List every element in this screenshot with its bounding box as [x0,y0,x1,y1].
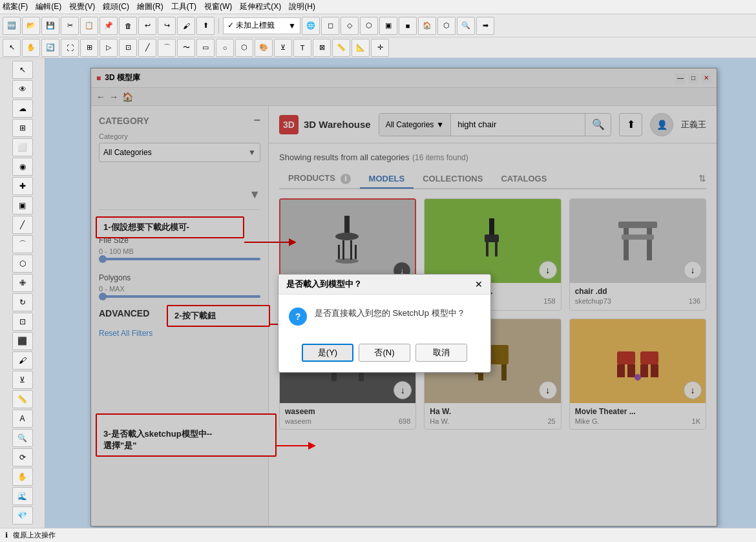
zoom-tool[interactable]: 🔍 [12,429,33,447]
toolbar-secondary: ↖ ✋ 🔄 ⛶ ⊞ ▷ ⊡ ╱ ⌒ 〜 ▭ ○ ⬡ 🎨 ⊻ T ⊠ 📏 📐 ✛ [0,37,756,58]
move-tool2[interactable]: ✙ [12,274,33,292]
status-bar: ℹ 復原上次操作 [0,528,756,542]
redo-btn[interactable]: ↪ [158,17,176,35]
text-btn[interactable]: T [293,39,311,57]
orbit-tool[interactable]: ⟳ [12,448,33,466]
arc-btn[interactable]: ⌒ [158,39,176,57]
cut-btn[interactable]: ✂ [61,17,79,35]
dialog-titlebar: 是否載入到模型中？ ✕ [278,275,490,295]
push-btn[interactable]: ⊞ [80,39,98,57]
shape-btn3[interactable]: ⬡ [360,17,378,35]
dialog-buttons: 是(Y) 否(N) 取消 [278,339,490,372]
dialog-yes-btn[interactable]: 是(Y) [302,344,353,362]
status-info-icon: ℹ [5,531,8,539]
dialog-title: 是否載入到模型中？ [286,278,362,290]
3d-btn[interactable]: 🌐 [302,17,320,35]
menu-tools[interactable]: 工具(T) [171,1,196,12]
line-btn[interactable]: ╱ [138,39,156,57]
follow-btn[interactable]: ▷ [100,39,118,57]
measure-tool[interactable]: 📏 [12,390,33,408]
tape-btn[interactable]: 📏 [332,39,350,57]
dialog-question: 是否直接載入到您的 SketchUp 模型中？ [315,307,465,319]
shape-btn2[interactable]: ◇ [341,17,359,35]
left-toolbar: ↖ 👁 ☁ ⊞ ⬜ ◉ ✚ ▣ ╱ ⌒ ⬡ ✙ ↻ ⊡ ⬛ 🖌 ⊻ 📏 A 🔍 … [0,58,45,542]
section-tool2[interactable]: ✚ [12,177,33,195]
menu-edit[interactable]: 編輯(E) [36,1,61,12]
line-tool2[interactable]: ╱ [12,216,33,234]
offset-btn[interactable]: ⊡ [119,39,137,57]
section-btn[interactable]: ⊠ [313,39,331,57]
arc-tool2[interactable]: ⌒ [12,235,33,253]
render-btn1[interactable]: ▣ [379,17,397,35]
eraser-tool[interactable]: ⬡ [12,255,33,273]
layer-tool[interactable]: ▣ [12,196,33,214]
erase-btn[interactable]: 🗑 [119,17,137,35]
menu-window[interactable]: 視窗(W) [204,1,232,12]
paint-tool2[interactable]: 🖌 [12,351,33,370]
scale-btn[interactable]: ⛶ [61,39,79,57]
dialog-body: ? 是否直接載入到您的 SketchUp 模型中？ [278,295,490,339]
dialog-cancel-btn[interactable]: 取消 [415,344,467,362]
scale-tool2[interactable]: ⊡ [12,313,33,331]
dim-btn[interactable]: ⊻ [274,39,292,57]
menu-help[interactable]: 說明(H) [289,1,315,12]
save-btn[interactable]: 💾 [41,17,59,35]
zoom-btn[interactable]: 🔍 [457,17,475,35]
dialog-close-btn[interactable]: ✕ [475,279,483,289]
select-tool[interactable]: ↖ [12,61,33,79]
layer-dropdown-label: ✓ 未加上標籤 [227,20,288,31]
toolbar-primary: 🆕 📂 💾 ✂ 📋 📌 🗑 ↩ ↪ 🖌 ⬆ ✓ 未加上標籤 ▼ 🌐 ◻ ◇ ⬡ … [0,14,756,37]
menu-file[interactable]: 檔案(F) [3,1,28,12]
dialog-info-icon: ? [289,307,307,326]
undo-btn[interactable]: ↩ [138,17,156,35]
new-btn[interactable]: 🆕 [3,17,21,35]
rotate-tool2[interactable]: ↻ [12,293,33,311]
iso-btn[interactable]: ⬡ [437,17,456,35]
dialog-no-btn[interactable]: 否(N) [359,344,410,362]
group-tool[interactable]: ⬜ [12,138,33,156]
cloud-tool[interactable]: ☁ [12,99,33,118]
push-tool2[interactable]: ⬛ [12,332,33,350]
open-btn[interactable]: 📂 [22,17,40,35]
home-btn[interactable]: 🏠 [418,17,436,35]
menu-camera[interactable]: 鏡頭(C) [103,1,129,12]
circle-btn[interactable]: ○ [216,39,234,57]
fly-tool[interactable]: 🌊 [12,487,33,505]
dim-tool2[interactable]: ⊻ [12,371,33,389]
menu-bar: 檔案(F) 編輯(E) 視覺(V) 鏡頭(C) 繪圖(R) 工具(T) 視窗(W… [0,0,756,14]
dialog-overlay: 是否載入到模型中？ ✕ ? 是否直接載入到您的 SketchUp 模型中？ 是(… [90,68,717,526]
render-btn2[interactable]: ■ [399,17,417,35]
arrow-3 [277,436,315,458]
component-tool[interactable]: ⊞ [12,119,33,137]
freehand-btn[interactable]: 〜 [177,39,195,57]
menu-draw[interactable]: 繪圖(R) [137,1,163,12]
upload-btn2[interactable]: ⬆ [196,17,215,35]
shape-btn1[interactable]: ◻ [321,17,339,35]
pan-tool[interactable]: ✋ [12,468,33,486]
rect-btn[interactable]: ▭ [196,39,215,57]
move-btn[interactable]: ✋ [22,39,40,57]
walk-tool[interactable]: 👁 [12,80,33,98]
nav-btn[interactable]: ➡ [476,17,494,35]
paint-btn[interactable]: 🖌 [177,17,195,35]
paste-btn[interactable]: 📌 [100,17,118,35]
texture-btn[interactable]: 🎨 [255,39,273,57]
ruby-tool[interactable]: 💎 [12,506,33,525]
rotate-btn[interactable]: 🔄 [41,39,59,57]
material-tool[interactable]: ◉ [12,158,33,176]
menu-extensions[interactable]: 延伸程式(X) [240,1,281,12]
select-btn[interactable]: ↖ [3,39,21,57]
dialog: 是否載入到模型中？ ✕ ? 是否直接載入到您的 SketchUp 模型中？ 是(… [278,274,491,373]
layer-dropdown-arrow[interactable]: ▼ [288,21,296,30]
axes-btn[interactable]: ✛ [371,39,389,57]
text-tool2[interactable]: A [12,410,33,428]
menu-view[interactable]: 視覺(V) [69,1,95,12]
copy-btn[interactable]: 📋 [80,17,98,35]
status-text: 復原上次操作 [13,530,56,540]
protractor-btn[interactable]: 📐 [352,39,370,57]
poly-btn[interactable]: ⬡ [235,39,253,57]
